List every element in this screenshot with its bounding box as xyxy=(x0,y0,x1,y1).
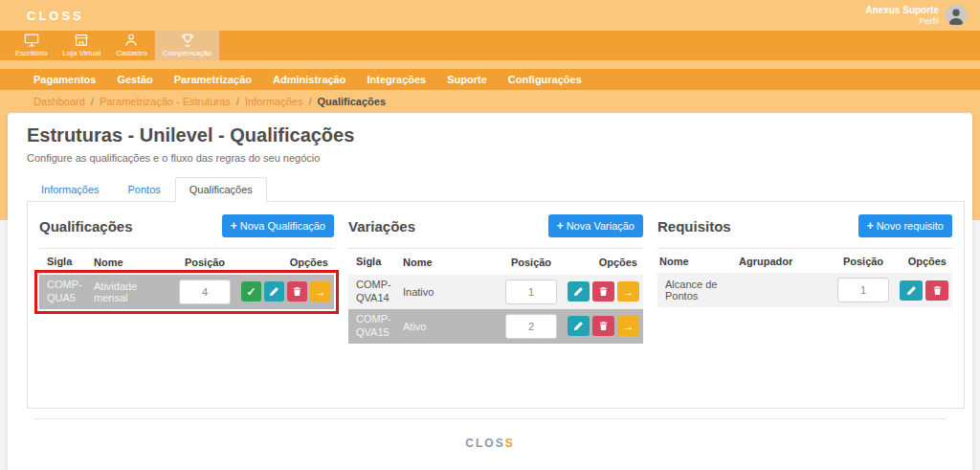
menu-suporte[interactable]: Suporte xyxy=(447,74,487,85)
row-sigla: COMP-QUA5 xyxy=(39,279,92,305)
col-nome: Nome xyxy=(401,257,498,268)
posicao-input[interactable] xyxy=(505,314,557,339)
menu-administracao[interactable]: Administração xyxy=(273,74,345,85)
module-label: Escritório xyxy=(15,49,47,57)
tab-pontos[interactable]: Pontos xyxy=(114,177,175,202)
pencil-icon xyxy=(573,286,584,297)
tab-strip: Informações Pontos Qualificações xyxy=(27,177,963,202)
delete-button[interactable] xyxy=(592,281,614,302)
pencil-icon xyxy=(573,321,584,331)
menu-parametrizacao[interactable]: Parametrização xyxy=(174,74,252,85)
plus-icon: + xyxy=(231,219,237,233)
avatar[interactable] xyxy=(946,5,967,26)
delete-button[interactable] xyxy=(925,280,948,301)
breadcrumb-estruturas[interactable]: Parametrização - Estruturas xyxy=(100,96,231,107)
module-compensacao[interactable]: Compensação xyxy=(155,31,220,60)
page-body: Estruturas - Unilevel - Qualificações Co… xyxy=(0,113,980,470)
card-divider xyxy=(33,418,947,419)
pencil-icon xyxy=(269,286,279,297)
variacoes-title: Variações xyxy=(348,218,415,235)
approve-button[interactable]: ✓ xyxy=(241,281,261,302)
plus-icon: + xyxy=(557,219,564,233)
row-nome: Inativo xyxy=(401,286,498,298)
row-sigla: COMP-QVA15 xyxy=(348,313,401,340)
nova-variacao-button[interactable]: +Nova Variação xyxy=(548,214,643,237)
edit-button[interactable] xyxy=(568,316,590,336)
table-row[interactable]: COMP-QVA14 Inativo → xyxy=(348,275,643,309)
edit-button[interactable] xyxy=(568,281,590,302)
delete-button[interactable] xyxy=(287,281,307,302)
trophy-icon xyxy=(179,33,196,48)
col-sigla: Sigla xyxy=(348,256,401,269)
module-label: Cadastro xyxy=(116,49,146,57)
breadcrumb-separator: / xyxy=(91,96,94,107)
store-icon xyxy=(73,33,90,48)
open-button[interactable]: → xyxy=(310,281,330,302)
tab-informacoes[interactable]: Informações xyxy=(27,177,114,202)
col-posicao: Posição xyxy=(830,256,897,267)
topbar: CLOSS Anexus Suporte Perfil xyxy=(0,0,980,31)
qualificacoes-title: Qualificações xyxy=(39,218,133,235)
delete-button[interactable] xyxy=(592,316,614,336)
col-posicao: Posição xyxy=(498,257,565,268)
module-escritorio[interactable]: Escritório xyxy=(8,31,55,60)
variacoes-table-header: Sigla Nome Posição Opções xyxy=(348,248,643,275)
main-menubar: Pagamentos Gestão Parametrização Adminis… xyxy=(0,69,980,90)
user-box[interactable]: Anexus Suporte Perfil xyxy=(865,5,967,26)
table-row[interactable]: Alcance de Pontos xyxy=(657,273,952,307)
table-row[interactable]: COMP-QUA5 Atividade mensal ✓ → xyxy=(39,275,334,309)
open-button[interactable]: → xyxy=(617,281,639,302)
brand-logo: CLOSS xyxy=(27,9,84,23)
posicao-input[interactable] xyxy=(837,278,889,302)
menu-pagamentos[interactable]: Pagamentos xyxy=(33,74,96,85)
row-nome: Atividade mensal xyxy=(92,280,171,303)
row-nome: Alcance de Pontos xyxy=(657,279,739,302)
trash-icon xyxy=(292,286,302,297)
monitor-icon xyxy=(23,33,40,48)
panel-variacoes: Variações +Nova Variação Sigla Nome Posi… xyxy=(348,212,643,398)
page-title: Estruturas - Unilevel - Qualificações xyxy=(17,124,963,146)
col-posicao: Posição xyxy=(171,257,238,268)
profile-link[interactable]: Perfil xyxy=(865,16,939,26)
arrow-right-icon: → xyxy=(623,286,635,298)
col-sigla: Sigla xyxy=(39,256,92,269)
edit-button[interactable] xyxy=(900,280,923,301)
col-nome: Nome xyxy=(92,257,171,268)
panel-qualificacoes: Qualificações +Nova Qualificação Sigla N… xyxy=(39,212,334,398)
module-cadastro[interactable]: Cadastro xyxy=(108,31,154,60)
tab-qualificacoes[interactable]: Qualificações xyxy=(175,177,267,202)
posicao-input[interactable] xyxy=(179,280,231,304)
person-icon xyxy=(946,5,967,26)
user-icon xyxy=(122,33,140,48)
novo-requisito-button[interactable]: +Novo requisito xyxy=(858,214,952,237)
trash-icon xyxy=(598,286,609,297)
trash-icon xyxy=(932,285,943,296)
arrow-right-icon: → xyxy=(623,321,635,332)
requisitos-table-header: Nome Agrupador Posição Opções xyxy=(657,248,952,273)
row-sigla: COMP-QVA14 xyxy=(348,279,401,305)
qualificacoes-table-header: Sigla Nome Posição Opções xyxy=(39,248,334,275)
footer-logo: CLOSS xyxy=(17,436,963,450)
breadcrumb: Dashboard / Parametrização - Estruturas … xyxy=(0,90,980,113)
menu-configuracoes[interactable]: Configurações xyxy=(508,74,582,85)
user-name: Anexus Suporte xyxy=(865,5,939,16)
menu-gestao[interactable]: Gestão xyxy=(117,74,152,85)
posicao-input[interactable] xyxy=(505,280,557,304)
breadcrumb-dashboard[interactable]: Dashboard xyxy=(33,96,85,107)
row-nome: Ativo xyxy=(401,321,498,332)
nova-qualificacao-button[interactable]: +Nova Qualificação xyxy=(222,214,334,237)
edit-button[interactable] xyxy=(264,281,284,302)
module-loja-virtual[interactable]: Loja Virtual xyxy=(55,31,108,60)
col-opcoes: Opções xyxy=(565,257,643,268)
tab-content: Qualificações +Nova Qualificação Sigla N… xyxy=(27,201,965,409)
breadcrumb-separator: / xyxy=(308,96,311,107)
plus-icon: + xyxy=(867,219,874,233)
breadcrumb-informacoes[interactable]: Informações xyxy=(245,96,303,107)
menu-integracoes[interactable]: Integrações xyxy=(367,74,426,85)
col-opcoes: Opções xyxy=(238,257,334,268)
content-card: Estruturas - Unilevel - Qualificações Co… xyxy=(8,113,972,470)
table-row[interactable]: COMP-QVA15 Ativo → xyxy=(348,309,643,344)
module-iconbar: Escritório Loja Virtual Cadastro Compens… xyxy=(0,31,980,60)
module-label: Compensação xyxy=(163,49,212,57)
open-button[interactable]: → xyxy=(617,316,639,336)
